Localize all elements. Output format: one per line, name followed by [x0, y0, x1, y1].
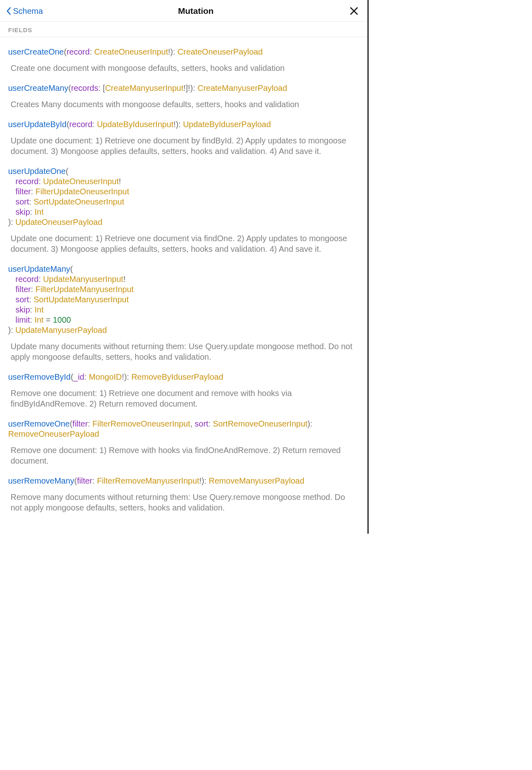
arg-name[interactable]: _id	[73, 372, 84, 381]
arg-name[interactable]: limit	[15, 315, 30, 324]
arg-type[interactable]: Int	[35, 207, 44, 216]
field-signature: userRemoveOne(filter: FilterRemoveOneuse…	[8, 419, 359, 439]
field-signature: userUpdateOne( record: UpdateOneuserInpu…	[8, 166, 359, 227]
field-signature: userCreateMany(records: [CreateManyuserI…	[8, 83, 359, 93]
arg-name[interactable]: filter	[77, 476, 92, 485]
arg-name[interactable]: sort	[15, 197, 29, 206]
return-type[interactable]: CreateOneuserPayload	[178, 47, 263, 56]
field-name[interactable]: userUpdateOne	[8, 167, 66, 176]
arg-type[interactable]: MongoID	[89, 372, 122, 381]
field-block: userUpdateById(record: UpdateByIduserInp…	[8, 110, 359, 156]
return-type[interactable]: UpdateByIduserPayload	[183, 120, 271, 129]
return-type[interactable]: RemoveByIduserPayload	[131, 372, 223, 381]
arg-default: 1000	[53, 315, 71, 324]
arg-type[interactable]: FilterRemoveOneuserInput	[92, 419, 190, 428]
arg-line: filter: FilterUpdateOneuserInput	[8, 187, 359, 197]
arg-type[interactable]: FilterUpdateManyuserInput	[35, 285, 134, 294]
arg-type[interactable]: SortUpdateManyuserInput	[33, 295, 128, 304]
arg-name[interactable]: record	[69, 120, 92, 129]
arg-type[interactable]: CreateManyuserInput	[105, 84, 183, 92]
arg-line: filter: FilterUpdateManyuserInput	[8, 284, 359, 295]
field-name[interactable]: userCreateMany	[8, 84, 68, 92]
field-signature: userRemoveById(_id: MongoID!): RemoveByI…	[8, 372, 359, 382]
arg-name[interactable]: filter	[15, 187, 31, 196]
back-button[interactable]: Schema	[6, 7, 43, 16]
field-description: Create one document with mongoose defaul…	[8, 57, 359, 73]
field-description: Creates Many documents with mongoose def…	[8, 93, 359, 110]
fields-list: userCreateOne(record: CreateOneuserInput…	[0, 37, 367, 521]
field-name[interactable]: userRemoveMany	[8, 476, 74, 485]
field-description: Remove one document: 1) Retrieve one doc…	[8, 382, 359, 409]
arg-name[interactable]: sort	[195, 419, 208, 428]
field-name[interactable]: userRemoveById	[8, 372, 70, 381]
arg-type[interactable]: FilterUpdateOneuserInput	[35, 187, 129, 196]
field-name[interactable]: userUpdateById	[8, 120, 66, 129]
close-button[interactable]	[349, 6, 359, 16]
field-name[interactable]: userUpdateMany	[8, 264, 70, 273]
arg-type[interactable]: FilterRemoveManyuserInput	[97, 476, 199, 485]
field-description: Remove one document: 1) Remove with hook…	[8, 439, 359, 466]
chevron-left-icon	[6, 7, 12, 15]
field-block: userRemoveById(_id: MongoID!): RemoveByI…	[8, 362, 359, 409]
field-block: userRemoveMany(filter: FilterRemoveManyu…	[8, 466, 359, 513]
field-description: Update one document: 1) Retrieve one doc…	[8, 130, 359, 156]
arg-name[interactable]: sort	[15, 295, 29, 304]
arg-line: limit: Int = 1000	[8, 315, 359, 325]
arg-type[interactable]: SortRemoveOneuserInput	[213, 419, 307, 428]
field-signature: userRemoveMany(filter: FilterRemoveManyu…	[8, 476, 359, 486]
arg-type[interactable]: UpdateByIduserInput	[97, 120, 174, 129]
field-signature: userUpdateMany( record: UpdateManyuserIn…	[8, 264, 359, 335]
field-signature: userUpdateById(record: UpdateByIduserInp…	[8, 119, 359, 130]
arg-line: record: UpdateOneuserInput!	[8, 176, 359, 187]
arg-type[interactable]: Int	[35, 315, 44, 324]
arg-type[interactable]: UpdateManyuserInput	[43, 275, 123, 284]
field-block: userCreateMany(records: [CreateManyuserI…	[8, 73, 359, 110]
field-description: Remove many documents without returning …	[8, 486, 359, 513]
arg-type[interactable]: CreateOneuserInput	[94, 47, 168, 56]
return-type[interactable]: UpdateOneuserPayload	[15, 218, 102, 227]
close-icon	[350, 7, 358, 15]
field-description: Update one document: 1) Retrieve one doc…	[8, 227, 359, 254]
field-block: userCreateOne(record: CreateOneuserInput…	[8, 37, 359, 73]
return-type[interactable]: RemoveManyuserPayload	[209, 476, 304, 485]
arg-line: record: UpdateManyuserInput!	[8, 274, 359, 284]
arg-type[interactable]: Int	[35, 305, 44, 314]
arg-name[interactable]: record	[15, 275, 39, 284]
arg-line: sort: SortUpdateManyuserInput	[8, 295, 359, 305]
return-type[interactable]: UpdateManyuserPayload	[15, 326, 107, 334]
arg-name[interactable]: skip	[15, 207, 30, 216]
doc-header: Schema Mutation	[0, 0, 367, 22]
arg-line: skip: Int	[8, 305, 359, 315]
arg-type[interactable]: UpdateOneuserInput	[43, 177, 119, 186]
arg-type[interactable]: SortUpdateOneuserInput	[33, 197, 124, 206]
field-description: Update many documents without returning …	[8, 335, 359, 362]
field-block: userRemoveOne(filter: FilterRemoveOneuse…	[8, 409, 359, 466]
arg-line: sort: SortUpdateOneuserInput	[8, 197, 359, 207]
field-block: userUpdateMany( record: UpdateManyuserIn…	[8, 254, 359, 362]
field-name[interactable]: userRemoveOne	[8, 419, 70, 428]
arg-name[interactable]: filter	[73, 419, 88, 428]
arg-name[interactable]: records	[71, 84, 99, 92]
field-name[interactable]: userCreateOne	[8, 47, 64, 56]
return-type[interactable]: RemoveOneuserPayload	[8, 429, 99, 438]
arg-name[interactable]: filter	[15, 285, 31, 294]
arg-name[interactable]: skip	[15, 305, 30, 314]
arg-name[interactable]: record	[15, 177, 39, 186]
back-label: Schema	[13, 7, 43, 16]
section-label: FIELDS	[0, 22, 367, 37]
arg-name[interactable]: record	[66, 47, 90, 56]
page-title: Mutation	[178, 6, 213, 16]
arg-line: skip: Int	[8, 207, 359, 217]
field-block: userUpdateOne( record: UpdateOneuserInpu…	[8, 156, 359, 254]
field-signature: userCreateOne(record: CreateOneuserInput…	[8, 47, 359, 57]
return-type[interactable]: CreateManyuserPayload	[198, 84, 287, 92]
